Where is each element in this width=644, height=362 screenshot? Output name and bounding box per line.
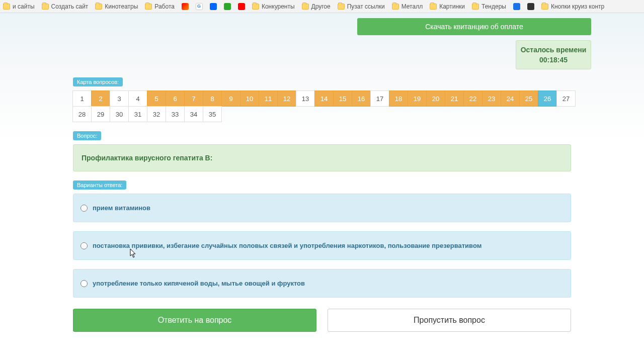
bookmark-item[interactable]	[196, 3, 203, 10]
answer-radio[interactable]	[80, 280, 88, 287]
bookmark-item[interactable]	[182, 3, 189, 10]
folder-icon	[338, 4, 345, 10]
question-map-cell[interactable]: 1	[72, 90, 92, 107]
question-map-cell[interactable]: 12	[277, 90, 296, 107]
bookmark-item[interactable]: Другое	[302, 3, 331, 10]
answers-list: прием витаминовпостановка прививки, избе…	[73, 194, 571, 298]
question-map-cell[interactable]: 24	[501, 90, 520, 107]
question-map-cell[interactable]: 30	[110, 106, 129, 122]
question-map-cell[interactable]: 14	[314, 90, 334, 107]
bookmark-item[interactable]: и сайты	[3, 3, 35, 10]
bookmark-label: Создать сайт	[51, 3, 89, 10]
question-map-cell[interactable]: 15	[333, 90, 352, 107]
favicon-icon	[182, 3, 189, 10]
question-map-cell[interactable]: 8	[203, 90, 222, 107]
question-map: 1234567891011121314151617181920212223242…	[73, 90, 571, 122]
question-tag: Вопрос:	[73, 131, 101, 140]
folder-icon	[472, 4, 479, 10]
folder-icon	[302, 4, 309, 10]
favicon-icon	[224, 3, 231, 10]
question-map-cell[interactable]: 20	[426, 90, 445, 107]
question-map-cell[interactable]: 26	[538, 90, 557, 107]
bookmark-item[interactable]: Работа	[145, 3, 175, 10]
bookmark-item[interactable]: Создать сайт	[42, 3, 89, 10]
question-map-cell[interactable]: 29	[91, 106, 110, 122]
question-map-cell[interactable]: 2	[91, 90, 110, 107]
question-map-cell[interactable]: 6	[166, 90, 185, 107]
bookmark-item[interactable]: Кинотеатры	[95, 3, 138, 10]
favicon-icon	[527, 3, 534, 10]
bookmark-item[interactable]	[224, 3, 231, 10]
answer-text: прием витаминов	[93, 204, 150, 212]
question-map-cell[interactable]: 4	[128, 90, 147, 107]
question-map-cell[interactable]: 11	[259, 90, 278, 107]
folder-icon	[430, 4, 437, 10]
bookmark-item[interactable]: Кнопки круиз контр	[541, 3, 604, 10]
timer-label: Осталось времени	[521, 46, 587, 54]
favicon-icon	[513, 3, 520, 10]
bookmark-label: Пузат ссылки	[347, 3, 385, 10]
question-map-cell[interactable]: 35	[203, 106, 222, 122]
question-map-cell[interactable]: 19	[408, 90, 427, 107]
question-map-cell[interactable]: 5	[147, 90, 166, 107]
question-map-cell[interactable]: 3	[110, 90, 129, 107]
question-map-cell[interactable]: 7	[184, 90, 203, 107]
bookmark-label: и сайты	[13, 3, 35, 10]
question-text: Профилактика вирусного гепатита В:	[73, 144, 571, 171]
question-map-cell[interactable]: 17	[370, 90, 389, 107]
download-receipt-button[interactable]: Скачать квитанцию об оплате	[357, 18, 591, 35]
bookmark-item[interactable]: Тендеры	[472, 3, 506, 10]
bookmark-item[interactable]: Конкуренты	[252, 3, 295, 10]
question-map-cell[interactable]: 13	[296, 90, 315, 107]
bookmark-label: Кинотеатры	[105, 3, 138, 10]
question-map-tag: Карта вопросов:	[73, 77, 123, 86]
bookmark-item[interactable]	[527, 3, 534, 10]
question-map-cell[interactable]: 31	[128, 106, 147, 122]
answer-text: постановка прививки, избегание случайных…	[93, 242, 481, 249]
question-map-cell[interactable]: 23	[482, 90, 501, 107]
answers-tag: Варианты ответа:	[73, 180, 126, 190]
folder-icon	[541, 4, 548, 10]
bookmark-bar: и сайтыСоздать сайтКинотеатрыРаботаКонку…	[0, 0, 644, 13]
question-map-cell[interactable]: 28	[72, 106, 92, 122]
question-map-cell[interactable]: 32	[147, 106, 166, 122]
folder-icon	[145, 4, 152, 10]
bookmark-item[interactable]	[210, 3, 217, 10]
question-map-cell[interactable]: 18	[389, 90, 408, 107]
question-map-cell[interactable]: 9	[221, 90, 240, 107]
question-map-cell[interactable]: 33	[166, 106, 185, 122]
skip-button[interactable]: Пропустить вопрос	[328, 309, 571, 332]
question-map-cell[interactable]: 22	[463, 90, 482, 107]
question-map-cell[interactable]: 27	[556, 90, 576, 107]
action-row: Ответить на вопрос Пропустить вопрос	[73, 309, 571, 332]
time-remaining-box: Осталось времени 00:18:45	[516, 40, 591, 69]
bookmark-label: Работа	[154, 3, 175, 10]
timer-value: 00:18:45	[520, 56, 587, 64]
bookmark-label: Конкуренты	[262, 3, 295, 10]
question-map-cell[interactable]: 21	[445, 90, 464, 107]
question-map-cell[interactable]: 10	[240, 90, 259, 107]
bookmark-item[interactable]	[238, 3, 245, 10]
quiz-content: Карта вопросов: 123456789101112131415161…	[73, 13, 571, 332]
bookmark-label: Картинки	[439, 3, 465, 10]
favicon-icon	[210, 3, 217, 10]
question-map-cell[interactable]: 25	[519, 90, 538, 107]
favicon-icon	[238, 3, 245, 10]
bookmark-item[interactable]: Металл	[392, 3, 423, 10]
folder-icon	[252, 4, 259, 10]
answer-option[interactable]: постановка прививки, избегание случайных…	[73, 231, 571, 260]
bookmark-item[interactable]: Пузат ссылки	[338, 3, 385, 10]
answer-radio[interactable]	[80, 242, 88, 249]
answer-radio[interactable]	[80, 205, 88, 212]
bookmark-label: Тендеры	[481, 3, 506, 10]
question-map-cell[interactable]: 34	[184, 106, 203, 122]
folder-icon	[42, 4, 49, 10]
bookmark-item[interactable]: Картинки	[430, 3, 465, 10]
question-map-cell[interactable]: 16	[352, 90, 371, 107]
answer-option[interactable]: прием витаминов	[73, 194, 571, 222]
answer-text: употребление только кипяченой воды, мыть…	[93, 280, 305, 287]
bookmark-label: Другое	[311, 3, 331, 10]
answer-button[interactable]: Ответить на вопрос	[73, 309, 316, 332]
bookmark-item[interactable]	[513, 3, 520, 10]
answer-option[interactable]: употребление только кипяченой воды, мыть…	[73, 269, 571, 298]
